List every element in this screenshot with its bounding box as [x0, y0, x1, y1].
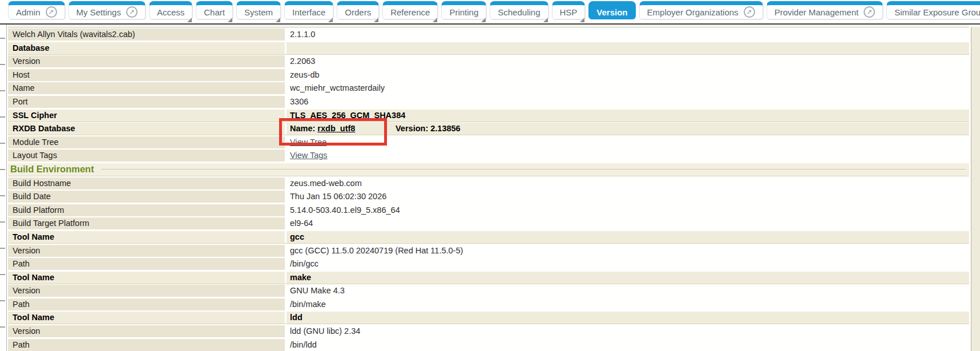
row-label: Path — [8, 258, 285, 270]
tab-provider-management[interactable]: Provider Management↗ — [767, 1, 884, 19]
tab-label: System — [244, 7, 273, 17]
dropdown-corner-icon[interactable] — [374, 18, 378, 22]
row-value: wc_miehr_wctmasterdaily — [287, 82, 969, 94]
row-label: Port — [8, 96, 285, 108]
tab-label: Provider Management — [775, 7, 859, 17]
tab-admin[interactable]: Admin↗ — [8, 1, 65, 19]
row-value: gcc (GCC) 11.5.0 20240719 (Red Hat 11.5.… — [287, 245, 969, 257]
row-value: 2.2063 — [287, 55, 969, 67]
dropdown-corner-icon[interactable] — [228, 18, 232, 22]
tab-label: Chart — [204, 7, 225, 17]
tab-similar-exposure-groups-segs[interactable]: Similar Exposure Groups (SEGs)↗ — [886, 1, 980, 19]
section-title: Build Environment — [8, 163, 94, 176]
tab-printing[interactable]: Printing — [441, 1, 486, 19]
row-label: Version — [8, 285, 285, 297]
tab-employer-organizations[interactable]: Employer Organizations↗ — [639, 1, 763, 19]
table-row: Welch Allyn Vitals (wavitals2.cab)2.1.1.… — [8, 29, 969, 41]
table-row: Namewc_miehr_wctmasterdaily — [8, 82, 969, 94]
table-row: RXDB DatabaseName: rxdb_utf8Version: 2.1… — [8, 123, 969, 135]
tab-system[interactable]: System — [236, 1, 281, 19]
row-label: Version — [8, 55, 285, 67]
tab-orders[interactable]: Orders — [337, 1, 379, 19]
row-label: Version — [8, 245, 285, 257]
external-link-icon[interactable]: ↗ — [744, 6, 755, 18]
annotation-highlight-box — [279, 118, 387, 146]
row-value: Name: rxdb_utf8Version: 2.13856 — [287, 123, 969, 135]
view-tags-link[interactable]: View Tags — [290, 151, 328, 160]
tab-interface[interactable]: Interface — [284, 1, 333, 19]
dropdown-corner-icon[interactable] — [276, 18, 280, 22]
external-link-icon[interactable]: ↗ — [46, 6, 57, 18]
row-label: Path — [8, 339, 285, 351]
tab-my-settings[interactable]: My Settings↗ — [68, 1, 146, 19]
tab-label: Admin — [16, 7, 41, 17]
external-link-icon[interactable]: ↗ — [126, 6, 138, 18]
tab-reference[interactable]: Reference — [382, 1, 438, 19]
tab-label: Printing — [449, 7, 478, 17]
table-row: Port3306 — [8, 96, 969, 108]
tab-label: My Settings — [76, 7, 121, 17]
row-value: zeus.med-web.com — [287, 177, 969, 189]
table-row: Path/bin/ldd — [8, 339, 969, 351]
row-value: 2.1.1.0 — [287, 29, 969, 41]
left-panel-divider — [6, 25, 7, 351]
tab-label: HSP — [560, 7, 578, 17]
table-row: Build Platform5.14.0-503.40.1.el9_5.x86_… — [8, 204, 969, 216]
row-value: el9-64 — [287, 217, 969, 229]
table-row: Path/bin/gcc — [8, 258, 969, 270]
version-info-panel: Welch Allyn Vitals (wavitals2.cab)2.1.1.… — [8, 25, 969, 351]
row-label: Tool Name — [8, 231, 285, 243]
row-label: Build Date — [8, 191, 285, 203]
tab-label: Similar Exposure Groups (SEGs) — [894, 7, 980, 17]
row-label: Path — [8, 298, 285, 310]
table-row: Module TreeView Tree — [8, 136, 969, 148]
row-label: Name — [8, 82, 285, 94]
table-row: Database — [8, 42, 969, 55]
row-label: Version — [8, 325, 285, 337]
table-row: Build Hostnamezeus.med-web.com — [8, 177, 969, 189]
right-page-margin — [971, 27, 980, 351]
tab-label: Orders — [345, 7, 371, 17]
dropdown-corner-icon[interactable] — [328, 18, 333, 22]
row-value: make — [287, 272, 969, 284]
external-link-icon[interactable]: ↗ — [864, 6, 875, 18]
row-label: RXDB Database — [8, 123, 285, 135]
row-label: Build Target Platform — [8, 217, 285, 229]
tab-label: Access — [157, 7, 184, 17]
row-value: View Tree — [287, 136, 969, 148]
tab-hsp[interactable]: HSP — [552, 1, 586, 19]
section-rule — [101, 169, 966, 170]
table-row: Path/bin/make — [8, 298, 969, 310]
tab-chart[interactable]: Chart — [196, 1, 233, 19]
row-label: Build Hostname — [8, 177, 285, 189]
row-label: Build Platform — [8, 204, 285, 216]
table-row: Version2.2063 — [8, 55, 969, 67]
tab-label: Employer Organizations — [647, 7, 739, 17]
table-row: Tool Nameldd — [8, 312, 969, 324]
row-value — [287, 42, 969, 54]
table-row: VersionGNU Make 4.3 — [8, 285, 969, 297]
row-value: ldd (GNU libc) 2.34 — [287, 325, 969, 337]
tab-access[interactable]: Access — [149, 1, 192, 19]
tab-label: Reference — [390, 7, 430, 17]
section-header-row: Build Environment — [8, 163, 969, 176]
row-label: Tool Name — [8, 272, 285, 284]
dropdown-corner-icon[interactable] — [481, 18, 486, 22]
table-row: Layout TagsView Tags — [8, 150, 969, 162]
dropdown-corner-icon[interactable] — [543, 18, 548, 22]
row-value: ldd — [287, 312, 969, 324]
dropdown-corner-icon[interactable] — [187, 18, 192, 22]
tab-label: Scheduling — [498, 7, 540, 17]
table-row: Versiongcc (GCC) 11.5.0 20240719 (Red Ha… — [8, 245, 969, 257]
table-row: Versionldd (GNU libc) 2.34 — [8, 325, 969, 337]
row-label: Tool Name — [8, 312, 285, 324]
dropdown-corner-icon[interactable] — [580, 18, 584, 22]
table-row: Hostzeus-db — [8, 69, 969, 81]
dropdown-corner-icon[interactable] — [433, 18, 437, 22]
row-value: View Tags — [287, 150, 969, 162]
row-value: /bin/ldd — [287, 339, 969, 351]
row-value: Thu Jan 15 06:02:30 2026 — [287, 191, 969, 203]
tab-version[interactable]: Version — [588, 1, 635, 19]
table-row: Build Target Platformel9-64 — [8, 217, 969, 229]
tab-scheduling[interactable]: Scheduling — [490, 1, 548, 19]
